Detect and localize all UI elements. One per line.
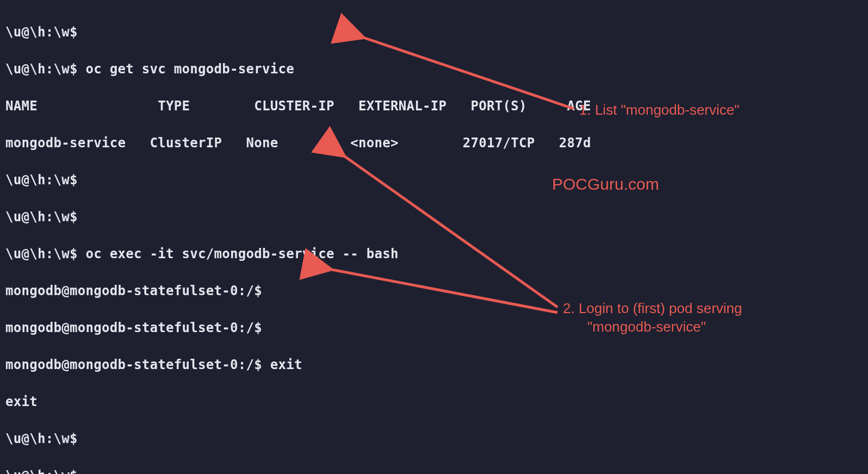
shell-prompt: \u@\h:\w$ xyxy=(5,172,78,188)
pod-prompt: mongodb@mongodb-statefulset-0:/$ xyxy=(5,357,262,372)
shell-prompt: \u@\h:\w$ xyxy=(5,468,78,474)
cell-external-ip: <none> xyxy=(350,135,399,151)
terminal-line: mongodb@mongodb-statefulset-0:/$ exit xyxy=(5,356,863,374)
terminal-line: \u@\h:\w$ oc get svc mongodb-service xyxy=(5,60,863,78)
terminal-line: \u@\h:\w$ oc exec -it svc/mongodb-servic… xyxy=(5,245,863,263)
cell-ports: 27017/TCP xyxy=(463,135,535,151)
command-text: oc get svc mongodb-service xyxy=(86,61,294,77)
command-text: exit xyxy=(270,357,302,372)
pod-prompt: mongodb@mongodb-statefulset-0:/$ xyxy=(5,320,262,335)
col-cluster-ip: CLUSTER-IP xyxy=(254,98,334,114)
cell-cluster-ip: None xyxy=(246,135,278,151)
shell-prompt: \u@\h:\w$ xyxy=(5,61,78,77)
terminal-line: \u@\h:\w$ xyxy=(5,23,863,41)
terminal-line: \u@\h:\w$ xyxy=(5,171,863,189)
watermark: POCGuru.com xyxy=(552,175,659,194)
col-external-ip: EXTERNAL-IP xyxy=(358,98,447,114)
col-name: NAME xyxy=(5,98,38,114)
cell-name: mongodb-service xyxy=(5,135,126,151)
col-type: TYPE xyxy=(158,98,190,114)
annotation-1: 1. List "mongodb-service" xyxy=(579,101,739,119)
terminal-output: exit xyxy=(5,392,863,411)
command-text: oc exec -it svc/mongodb-service -- bash xyxy=(86,246,399,261)
shell-prompt: \u@\h:\w$ xyxy=(5,431,78,446)
cell-type: ClusterIP xyxy=(150,135,222,151)
terminal-line: mongodb@mongodb-statefulset-0:/$ xyxy=(5,282,863,300)
terminal-line: \u@\h:\w$ xyxy=(5,466,863,474)
pod-prompt: mongodb@mongodb-statefulset-0:/$ xyxy=(5,283,262,298)
cell-age: 287d xyxy=(559,135,591,151)
annotation-2: 2. Login to (first) pod serving "mongodb… xyxy=(563,299,742,336)
terminal-line: \u@\h:\w$ xyxy=(5,429,863,448)
shell-prompt: \u@\h:\w$ xyxy=(5,246,78,261)
shell-prompt: \u@\h:\w$ xyxy=(5,24,78,40)
shell-prompt: \u@\h:\w$ xyxy=(5,209,78,224)
svc-table-row: mongodb-service ClusterIP None <none> 27… xyxy=(5,134,863,152)
terminal-line: \u@\h:\w$ xyxy=(5,208,863,226)
col-ports: PORT(S) xyxy=(471,98,527,114)
terminal-window[interactable]: \u@\h:\w$ \u@\h:\w$ oc get svc mongodb-s… xyxy=(0,0,868,474)
